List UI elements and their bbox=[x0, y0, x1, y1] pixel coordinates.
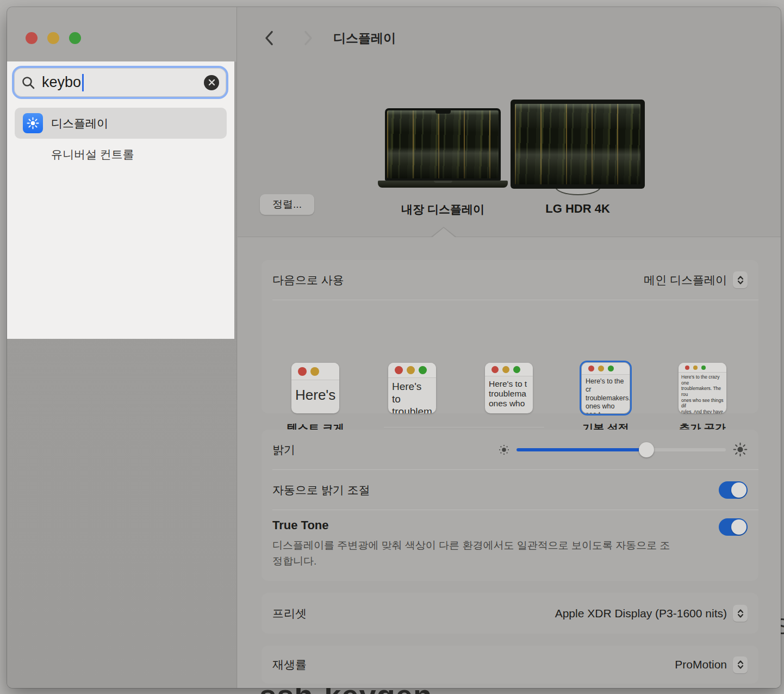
mini-traffic-red bbox=[298, 367, 307, 376]
search-result-displays[interactable]: 디스플레이 bbox=[15, 108, 227, 139]
display-settings-pane: 디스플레이 내장 디스플레이 LG HDR 4K 정렬... 다음으로 사용 메… bbox=[238, 7, 781, 688]
use-as-label: 다음으로 사용 bbox=[272, 272, 344, 288]
preset-label: 프리셋 bbox=[272, 606, 307, 621]
refresh-rate-label: 재생률 bbox=[272, 657, 307, 672]
titlebar-traffic-lights bbox=[26, 32, 81, 44]
chevron-up-down-icon bbox=[737, 609, 744, 618]
arrange-displays-button[interactable]: 정렬... bbox=[260, 194, 314, 215]
true-tone-description: 디스플레이를 주변광에 맞춰 색상이 다른 환경에서도 일관적으로 보이도록 자… bbox=[272, 537, 675, 569]
back-button[interactable] bbox=[263, 30, 277, 46]
chevron-up-down-icon bbox=[737, 660, 744, 670]
close-window-button[interactable] bbox=[26, 32, 38, 44]
minimize-window-button[interactable] bbox=[47, 32, 59, 44]
mini-traffic-yellow bbox=[310, 367, 319, 376]
selected-display-pointer bbox=[432, 228, 456, 238]
true-tone-toggle[interactable] bbox=[719, 518, 748, 536]
laptop-base bbox=[378, 181, 508, 188]
preset-card: 프리셋 Apple XDR Display (P3-1600 nits) bbox=[262, 593, 758, 634]
chevron-up-down-icon bbox=[737, 275, 744, 285]
search-input[interactable]: keybo bbox=[12, 66, 228, 99]
system-settings-window: keybo bbox=[7, 7, 781, 688]
search-result-label: 유니버설 컨트롤 bbox=[51, 147, 134, 162]
text-caret bbox=[82, 74, 84, 91]
sun-dim-icon bbox=[499, 444, 509, 455]
close-icon bbox=[208, 79, 215, 86]
scaling-option-2[interactable]: Here's to troublem bbox=[388, 363, 436, 413]
laptop-notch bbox=[435, 110, 451, 114]
zoom-window-button[interactable] bbox=[69, 32, 81, 44]
display-thumbnail-lg-hdr-4k[interactable] bbox=[511, 100, 645, 189]
true-tone-label: True Tone bbox=[272, 518, 748, 532]
auto-brightness-row: 자동으로 밝기 조절 bbox=[262, 470, 758, 510]
page-title: 디스플레이 bbox=[333, 30, 396, 47]
wallpaper-preview bbox=[387, 110, 499, 178]
true-tone-row: True Tone 디스플레이를 주변광에 맞춰 색상이 다른 환경에서도 일관… bbox=[262, 510, 758, 569]
clear-search-button[interactable] bbox=[204, 75, 219, 90]
use-as-and-scaling-card: 다음으로 사용 메인 디스플레이 Here's bbox=[262, 260, 758, 413]
sun-bright-icon bbox=[733, 442, 748, 457]
scaling-option-larger-text[interactable]: Here's bbox=[291, 363, 339, 413]
auto-brightness-label: 자동으로 밝기 조절 bbox=[272, 482, 370, 498]
sidebar: keybo bbox=[7, 7, 237, 688]
chevron-right-icon bbox=[302, 30, 314, 46]
use-as-row: 다음으로 사용 메인 디스플레이 bbox=[262, 260, 758, 300]
display-thumbnail-built-in[interactable] bbox=[385, 108, 501, 181]
preset-row: 프리셋 Apple XDR Display (P3-1600 nits) bbox=[262, 593, 758, 634]
brightness-row: 밝기 bbox=[262, 430, 758, 469]
scaling-option-more-space[interactable]: Here's to the crazy one troublemakers. T… bbox=[679, 363, 726, 413]
scaling-option-3[interactable]: Here's to t troublema ones who bbox=[485, 363, 533, 413]
refresh-rate-card: 재생률 ProMotion bbox=[262, 646, 758, 684]
preset-select[interactable] bbox=[733, 605, 748, 622]
search-input-value: keybo bbox=[42, 74, 81, 91]
display-name-built-in: 내장 디스플레이 bbox=[385, 202, 501, 217]
search-result-label: 디스플레이 bbox=[51, 116, 108, 131]
scaling-option-default[interactable]: Here's to the cr troublemakers. ones who… bbox=[582, 363, 630, 413]
wallpaper-preview bbox=[515, 104, 640, 184]
use-as-select[interactable] bbox=[733, 271, 748, 288]
refresh-rate-value: ProMotion bbox=[675, 658, 727, 671]
search-results-panel: keybo bbox=[7, 61, 234, 339]
brightness-slider-fill bbox=[517, 448, 646, 451]
preset-value: Apple XDR Display (P3-1600 nits) bbox=[555, 607, 727, 620]
chevron-left-icon bbox=[263, 30, 275, 46]
brightness-card: 밝기 bbox=[262, 430, 758, 581]
refresh-rate-row: 재생률 ProMotion bbox=[262, 646, 758, 684]
search-icon bbox=[21, 76, 35, 90]
brightness-label: 밝기 bbox=[272, 442, 295, 457]
refresh-rate-select[interactable] bbox=[733, 656, 748, 673]
search-result-universal-control[interactable]: 유니버설 컨트롤 bbox=[15, 139, 227, 170]
brightness-slider-knob[interactable] bbox=[639, 442, 654, 457]
resolution-scaling-options: Here's Here's to troublem Here's to t tr… bbox=[262, 300, 758, 413]
use-as-value: 메인 디스플레이 bbox=[644, 272, 727, 288]
brightness-icon bbox=[23, 113, 43, 133]
forward-button[interactable] bbox=[302, 30, 316, 46]
display-name-external: LG HDR 4K bbox=[511, 202, 645, 216]
brightness-slider[interactable] bbox=[517, 448, 726, 451]
auto-brightness-toggle[interactable] bbox=[719, 481, 748, 499]
